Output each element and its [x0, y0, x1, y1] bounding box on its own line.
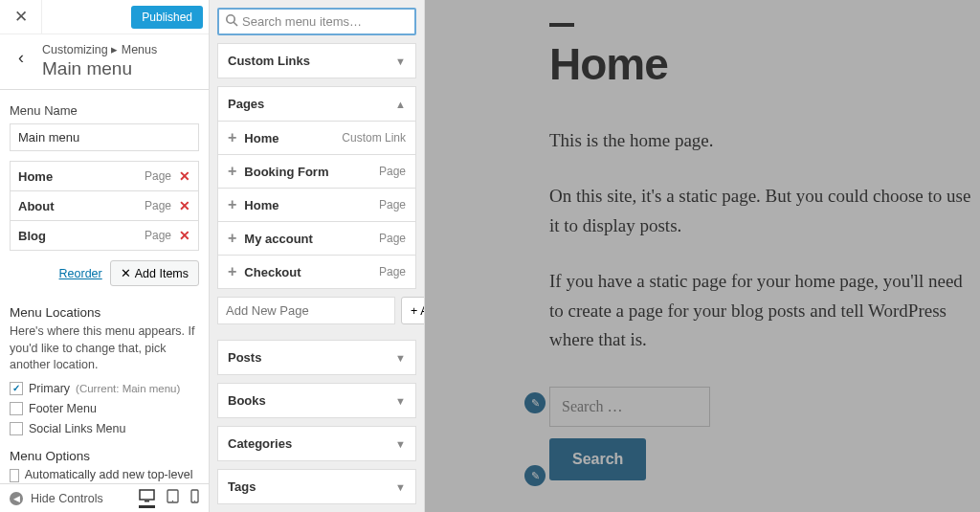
- menu-item-type: Page: [145, 169, 171, 183]
- search-menu-items[interactable]: [217, 8, 416, 35]
- hide-controls-button[interactable]: Hide Controls: [31, 492, 103, 505]
- svg-rect-0: [140, 490, 154, 500]
- menu-locations-desc: Here's where this menu appears. If you'd…: [10, 323, 199, 374]
- menu-item[interactable]: Blog Page ✕: [11, 221, 198, 250]
- section-label: Pages: [228, 97, 264, 111]
- menu-name-label: Menu Name: [10, 103, 199, 118]
- pages-list: + Home Custom Link + Booking Form Page +…: [217, 121, 416, 324]
- plus-icon: +: [228, 230, 236, 247]
- svg-rect-1: [145, 501, 149, 502]
- plus-icon: +: [228, 163, 236, 180]
- page-item-title: Home: [244, 131, 342, 145]
- site-preview: Home This is the home page. On this site…: [425, 0, 980, 512]
- tablet-icon[interactable]: [167, 489, 179, 508]
- section-title: Main menu: [42, 58, 201, 79]
- section-label: Posts: [228, 350, 261, 365]
- section-label: Categories: [228, 436, 292, 451]
- menu-items-list: Home Page ✕ About Page ✕ Blog Page ✕: [10, 161, 199, 251]
- collapse-icon[interactable]: ◀: [10, 492, 23, 505]
- plus-icon: +: [228, 196, 236, 213]
- checkbox-icon[interactable]: [10, 402, 23, 415]
- location-label: Social Links Menu: [29, 422, 125, 435]
- auto-add-option[interactable]: Automatically add new top-level pages to…: [10, 467, 199, 484]
- page-item-type: Page: [379, 232, 406, 245]
- section-categories[interactable]: Categories ▼: [217, 426, 416, 461]
- checkbox-icon[interactable]: [10, 469, 19, 482]
- checkbox-icon[interactable]: [10, 382, 23, 395]
- close-icon: ✕: [14, 7, 28, 27]
- desktop-icon[interactable]: [139, 489, 155, 508]
- location-footer[interactable]: Footer Menu: [10, 402, 199, 415]
- menu-item[interactable]: Home Page ✕: [11, 162, 198, 191]
- menu-item-title: Home: [18, 169, 145, 184]
- svg-line-7: [234, 22, 237, 26]
- published-button[interactable]: Published: [131, 6, 203, 29]
- page-item[interactable]: + My account Page: [217, 221, 416, 256]
- page-item-type: Custom Link: [342, 131, 406, 145]
- menu-item-type: Page: [145, 199, 171, 212]
- svg-point-5: [194, 500, 195, 501]
- mobile-icon[interactable]: [190, 489, 199, 508]
- plus-icon: +: [228, 263, 236, 280]
- footer-bar: ◀ Hide Controls: [0, 483, 209, 512]
- back-button[interactable]: ‹: [0, 42, 42, 68]
- section-tags[interactable]: Tags ▼: [217, 469, 416, 504]
- page-item-title: Booking Form: [244, 165, 379, 179]
- close-button[interactable]: ✕: [0, 0, 42, 34]
- page-item[interactable]: + Checkout Page: [217, 255, 416, 289]
- menu-name-input[interactable]: [10, 123, 199, 151]
- svg-point-3: [172, 500, 173, 501]
- chevron-down-icon: ▼: [395, 352, 406, 364]
- menu-item[interactable]: About Page ✕: [11, 191, 198, 221]
- menu-item-title: Blog: [18, 229, 145, 243]
- page-item-type: Page: [379, 265, 406, 278]
- remove-icon[interactable]: ✕: [179, 198, 190, 213]
- customizer-sidebar: ✕ Published ‹ Customizing ▸ Menus Main m…: [0, 0, 210, 512]
- location-hint: (Current: Main menu): [76, 383, 180, 394]
- add-items-button[interactable]: ✕ Add Items: [110, 260, 199, 286]
- chevron-left-icon: ‹: [18, 48, 24, 68]
- search-icon: [225, 13, 238, 30]
- auto-add-label: Automatically add new top-level pages to…: [25, 467, 199, 484]
- close-icon: ✕: [121, 266, 131, 280]
- preview-dim-overlay: [425, 0, 980, 512]
- chevron-down-icon: ▼: [395, 395, 406, 407]
- page-item[interactable]: + Booking Form Page: [217, 154, 416, 189]
- reorder-link[interactable]: Reorder: [59, 267, 102, 280]
- section-posts[interactable]: Posts ▼: [217, 340, 416, 375]
- add-items-panel: Custom Links ▼ Pages ▲ + Home Custom Lin…: [210, 0, 425, 512]
- add-new-page-input[interactable]: [217, 297, 395, 324]
- remove-icon[interactable]: ✕: [179, 168, 190, 184]
- page-item[interactable]: + Home Page: [217, 188, 416, 222]
- section-label: Custom Links: [228, 54, 310, 68]
- chevron-down-icon: ▼: [395, 438, 406, 450]
- section-books[interactable]: Books ▼: [217, 383, 416, 418]
- menu-item-title: About: [18, 199, 145, 213]
- plus-icon: +: [411, 304, 417, 318]
- chevron-down-icon: ▼: [395, 56, 406, 67]
- chevron-down-icon: ▼: [395, 481, 406, 493]
- customizer-header: ✕ Published ‹ Customizing ▸ Menus Main m…: [0, 0, 209, 90]
- location-label: Primary: [29, 382, 70, 395]
- add-items-label: Add Items: [135, 267, 189, 280]
- section-pages[interactable]: Pages ▲: [217, 86, 416, 122]
- add-new-page-button[interactable]: + Add: [401, 297, 425, 324]
- section-custom-links[interactable]: Custom Links ▼: [217, 43, 416, 78]
- remove-icon[interactable]: ✕: [179, 228, 190, 243]
- search-input[interactable]: [242, 14, 409, 29]
- breadcrumb: Customizing ▸ Menus: [42, 42, 201, 56]
- section-label: Tags: [228, 479, 256, 494]
- menu-options-title: Menu Options: [10, 449, 199, 463]
- section-label: Books: [228, 393, 266, 408]
- page-item-title: Home: [244, 198, 379, 212]
- location-social[interactable]: Social Links Menu: [10, 422, 199, 435]
- location-primary[interactable]: Primary (Current: Main menu): [10, 382, 199, 395]
- plus-icon: +: [228, 129, 236, 146]
- location-label: Footer Menu: [29, 402, 97, 415]
- checkbox-icon[interactable]: [10, 422, 23, 435]
- page-item-type: Page: [379, 198, 406, 211]
- page-item[interactable]: + Home Custom Link: [217, 121, 416, 155]
- svg-point-6: [227, 15, 234, 23]
- page-item-title: Checkout: [244, 265, 379, 279]
- menu-locations-title: Menu Locations: [10, 305, 199, 320]
